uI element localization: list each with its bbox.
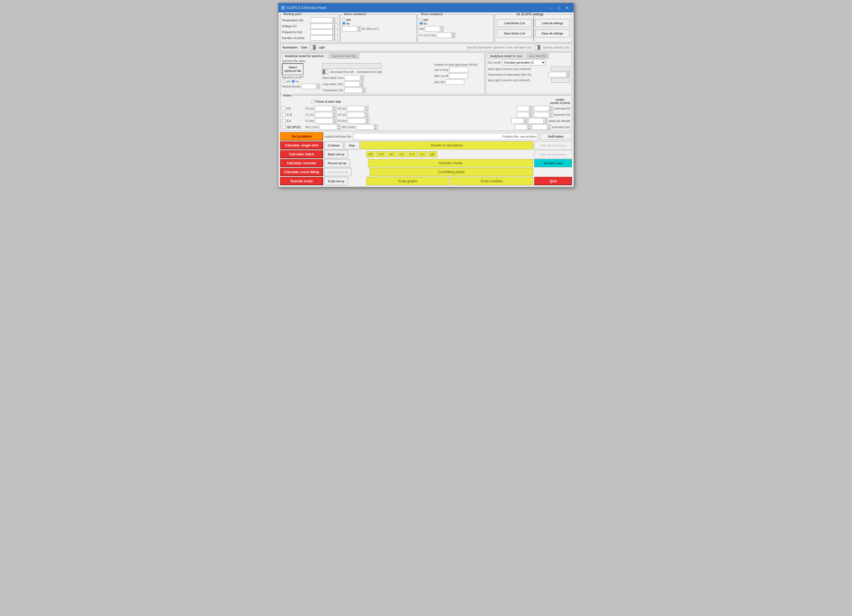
after-cutoff-input[interactable]: 0.00 xyxy=(449,73,468,79)
iv-pts-up[interactable]: ▲ xyxy=(529,106,533,109)
calculate-recorder-button[interactable]: Calculate: recorder xyxy=(280,159,323,167)
iv-v2-down[interactable]: ▼ xyxy=(365,109,368,111)
series-no-radio[interactable] xyxy=(342,22,346,25)
iv-v1-up[interactable]: ▲ xyxy=(332,106,336,109)
clear-simulations-button[interactable]: Clear all simulations xyxy=(534,150,572,158)
trans-filter-input[interactable]: 100.00 xyxy=(549,72,566,77)
cv-pts-up[interactable]: ▲ xyxy=(529,112,533,115)
cf-f1-down[interactable]: ▼ xyxy=(333,121,337,123)
series-val-input[interactable]: 1.00E+0 xyxy=(343,26,357,31)
curve-fit-setup-button[interactable]: Curve fit set-up xyxy=(324,168,351,176)
scaps-info-button[interactable]: SCAPS info xyxy=(534,159,572,167)
select-spectrum-file-button[interactable]: Select spectrum file xyxy=(282,63,304,75)
maximize-button[interactable]: □ xyxy=(555,5,563,11)
record-setup-button[interactable]: Record set-up xyxy=(324,159,350,167)
ac-button[interactable]: AC xyxy=(387,151,396,157)
iv-incr-up[interactable]: ▲ xyxy=(549,106,553,109)
qe-wl1-input[interactable]: 300.00 xyxy=(320,125,337,130)
cf-result-button[interactable]: C-f xyxy=(418,151,427,157)
rsh-val-down[interactable]: ▼ xyxy=(440,29,444,31)
set-problem-right-button[interactable]: SetProblem xyxy=(539,133,572,140)
trans-up[interactable]: ▲ xyxy=(362,88,366,90)
cf-f2-down[interactable]: ▼ xyxy=(366,121,369,123)
nd-down[interactable]: ▼ xyxy=(316,86,320,89)
cv-pts-input[interactable]: 81 xyxy=(517,112,529,117)
iv-pts-input[interactable]: 41 xyxy=(517,106,529,111)
cf-incr-up[interactable]: ▲ xyxy=(544,118,547,121)
sw-up[interactable]: ▲ xyxy=(360,75,364,78)
gx-file-tab[interactable]: G(x) from file xyxy=(526,54,548,59)
temp-down-arrow[interactable]: ▼ xyxy=(332,20,336,23)
load-action-list-button[interactable]: Load Action List xyxy=(497,19,531,27)
qe-wl2-down[interactable]: ▼ xyxy=(374,127,378,130)
illum-direction-toggle[interactable] xyxy=(322,69,328,74)
calculate-curve-fitting-button[interactable]: Calculate: curve fitting xyxy=(280,168,323,176)
qe-wl2-up[interactable]: ▲ xyxy=(374,125,378,127)
cutoff-yes-radio[interactable] xyxy=(282,80,285,83)
iv-v2-input[interactable]: 0.8000 xyxy=(347,106,364,111)
shunt-no-radio[interactable] xyxy=(420,22,423,25)
neutral-density-input[interactable]: 0.0000 xyxy=(302,84,316,89)
lw-up[interactable]: ▲ xyxy=(360,82,363,84)
dark-toggle-half[interactable] xyxy=(310,45,313,50)
curvefitting-results-button[interactable]: Curvefitting results xyxy=(370,168,533,176)
save-all-settings-button[interactable]: Save all settings xyxy=(535,29,570,38)
npts-up-arrow[interactable]: ▲ xyxy=(332,36,336,38)
gsh-val-up[interactable]: ▲ xyxy=(452,33,455,35)
qe-incr-input[interactable]: 10.00 xyxy=(532,125,547,130)
script-variables-button[interactable]: Script variables xyxy=(450,177,533,185)
cf-checkbox[interactable] xyxy=(282,119,286,123)
pause-checkbox[interactable] xyxy=(311,100,315,103)
rsh-val-up[interactable]: ▲ xyxy=(440,26,444,29)
cv-v2-up[interactable]: ▲ xyxy=(365,112,368,115)
voltage-input[interactable]: 0.0000 xyxy=(311,24,332,29)
voltage-down-arrow[interactable]: ▼ xyxy=(332,26,336,29)
cf-pts-down[interactable]: ▼ xyxy=(524,121,527,123)
sun-lamp-input[interactable]: 0.00 xyxy=(449,67,468,72)
freq-down-arrow[interactable]: ▼ xyxy=(332,32,336,35)
transmission-input[interactable]: 100.000 xyxy=(345,88,362,93)
cf-incr-input[interactable]: 5 xyxy=(529,118,544,123)
long-wavel-input[interactable]: 4000.0 xyxy=(344,82,360,86)
cv-incr-up[interactable]: ▲ xyxy=(549,112,553,115)
freq-input[interactable]: 1.000E+6 xyxy=(311,30,332,35)
qe-pts-input[interactable]: 61 xyxy=(515,125,527,130)
calculate-batch-button[interactable]: Calculate: batch xyxy=(280,150,323,158)
series-val-down[interactable]: ▼ xyxy=(357,29,361,31)
cf-f2-up[interactable]: ▲ xyxy=(366,118,369,121)
save-simulations-button[interactable]: Save all simulations xyxy=(534,141,572,149)
script-setup-button[interactable]: Script set-up xyxy=(324,177,348,185)
dark-light-toggle[interactable] xyxy=(310,45,316,50)
nd-up[interactable]: ▲ xyxy=(316,84,320,86)
cv-v1-down[interactable]: ▼ xyxy=(332,115,336,117)
illum-right-half[interactable] xyxy=(325,70,328,74)
qe-wl1-down[interactable]: ▼ xyxy=(337,127,341,130)
npts-down-arrow[interactable]: ▼ xyxy=(332,38,336,41)
freq-up-arrow[interactable]: ▲ xyxy=(332,30,336,32)
specify-toggle-off[interactable] xyxy=(535,45,538,50)
cv-v1-up[interactable]: ▲ xyxy=(332,112,336,115)
results-button[interactable]: Results of calculations xyxy=(361,141,533,149)
minimize-button[interactable]: ─ xyxy=(547,5,555,11)
series-yes-radio[interactable] xyxy=(342,18,346,21)
gr-button[interactable]: G,R xyxy=(376,151,386,157)
illum-left-half[interactable] xyxy=(323,70,325,74)
specify-toggle-on[interactable] xyxy=(538,45,540,50)
iv-incr-down[interactable]: ▼ xyxy=(549,109,553,111)
cv-incr-down[interactable]: ▼ xyxy=(549,115,553,117)
rsh-val-input[interactable]: 1.00E+3 xyxy=(425,26,440,31)
cf-pts-input[interactable]: 21 xyxy=(512,118,523,123)
iv-result-button[interactable]: I-V xyxy=(397,151,406,157)
gx-model-select[interactable]: Constant generation G Exponential User d… xyxy=(503,59,545,65)
tf-down[interactable]: ▼ xyxy=(566,75,570,77)
temp-up-arrow[interactable]: ▲ xyxy=(332,18,336,20)
after-nd-input[interactable]: 0.00 xyxy=(446,79,464,85)
qe-wl1-up[interactable]: ▲ xyxy=(337,125,341,127)
qe-result-button[interactable]: QE xyxy=(428,151,437,157)
shunt-yes-radio[interactable] xyxy=(420,18,423,21)
specify-toggle[interactable] xyxy=(535,45,541,50)
set-problem-button[interactable]: Set problem xyxy=(280,132,323,140)
cf-f1-up[interactable]: ▲ xyxy=(333,118,337,121)
cv-incr-input[interactable]: 0.0200 xyxy=(534,112,549,117)
npts-input[interactable]: 5 xyxy=(311,36,332,41)
